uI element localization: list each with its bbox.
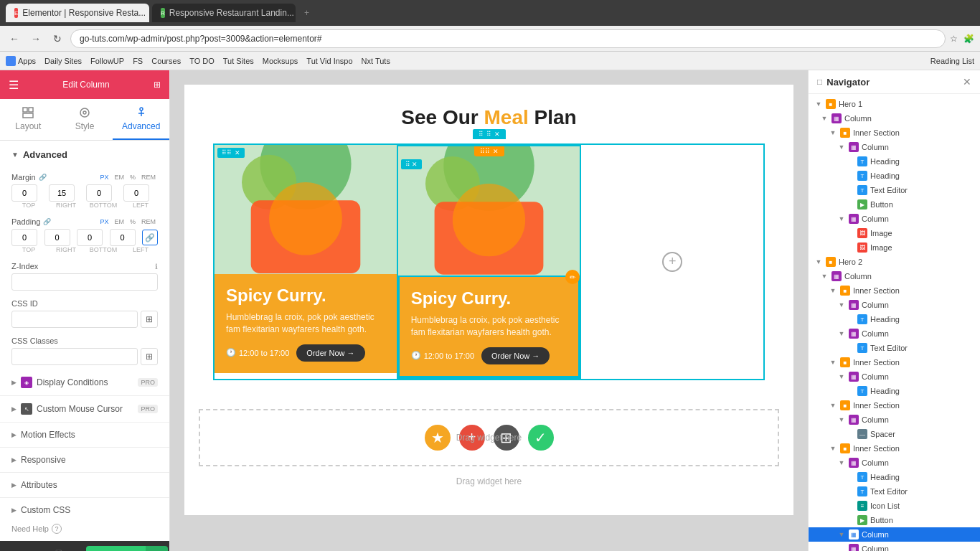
- advanced-section-header[interactable]: ▼ Advanced: [0, 141, 169, 169]
- bookmark-followup[interactable]: FollowUP: [90, 57, 124, 65]
- bookmark-tut-vid[interactable]: Tut Vid Inspo: [306, 57, 352, 65]
- css-classes-input[interactable]: [11, 348, 138, 365]
- bookmark-reading-list[interactable]: Reading List: [930, 57, 974, 65]
- margin-unit-pct[interactable]: %: [128, 173, 138, 182]
- custom-css-header[interactable]: ▶ Custom CSS: [0, 498, 169, 517]
- bookmark-courses[interactable]: Courses: [151, 57, 181, 65]
- margin-right-input[interactable]: [49, 184, 75, 202]
- tree-expand-hero2[interactable]: ▼: [814, 258, 823, 266]
- reload-button[interactable]: ↻: [49, 30, 66, 47]
- tree-item-col6[interactable]: ▼ ▦ Column: [809, 326, 980, 341]
- preview-icon-btn[interactable]: 👁: [70, 545, 80, 551]
- responsive-icon-btn[interactable]: 📱: [52, 545, 65, 551]
- tree-item-col5[interactable]: ▼ ▦ Column: [809, 298, 980, 312]
- tree-expand-col4[interactable]: ▼: [820, 272, 829, 281]
- padding-unit-px[interactable]: PX: [98, 217, 110, 226]
- need-help-link[interactable]: Need Help ?: [0, 517, 169, 541]
- tree-item-text-editor1[interactable]: T Text Editor: [809, 183, 980, 197]
- css-id-action-btn[interactable]: ⊞: [141, 311, 158, 328]
- tree-item-col1[interactable]: ▼ ▦ Column: [809, 111, 980, 126]
- tree-item-hero2[interactable]: ▼ ■ Hero 2: [809, 255, 980, 269]
- tree-item-button1[interactable]: ▶ Button: [809, 197, 980, 212]
- tree-item-col7[interactable]: ▼ ▦ Column: [809, 369, 980, 384]
- tab-1[interactable]: E Elementor | Responsive Resta... ✕: [6, 4, 149, 22]
- tree-item-heading5[interactable]: T Heading: [809, 470, 980, 484]
- star-icon[interactable]: ☆: [950, 34, 958, 44]
- tree-expand-col7[interactable]: ▼: [837, 372, 846, 381]
- new-tab-button[interactable]: +: [298, 5, 315, 21]
- tree-item-image2[interactable]: 🖼 Image: [809, 240, 980, 255]
- tree-expand-col1[interactable]: ▼: [820, 114, 829, 123]
- tree-item-inner-section2[interactable]: ▼ ■ Inner Section: [809, 283, 980, 298]
- card-1-order-btn[interactable]: Order Now →: [296, 344, 364, 362]
- tree-item-text-editor3[interactable]: T Text Editor: [809, 484, 980, 499]
- bookmark-tut-sites[interactable]: Tut Sites: [223, 57, 254, 65]
- tree-expand-inner4[interactable]: ▼: [829, 401, 837, 410]
- padding-bottom-input[interactable]: [77, 229, 103, 246]
- add-section-check-btn[interactable]: ✓: [528, 425, 554, 451]
- bookmark-daily-sites[interactable]: Daily Sites: [44, 57, 82, 65]
- bookmark-todo[interactable]: TO DO: [189, 57, 215, 65]
- tree-item-col8[interactable]: ▼ ▦ Column: [809, 413, 980, 427]
- margin-left-input[interactable]: [123, 184, 149, 202]
- tab-2[interactable]: R Responsive Restaurant Landin... ✕: [152, 4, 296, 22]
- extension-icon[interactable]: 🧩: [963, 34, 974, 44]
- tree-item-inner-section5[interactable]: ▼ ■ Inner Section: [809, 441, 980, 456]
- margin-unit-em[interactable]: EM: [112, 173, 126, 182]
- motion-effects-header[interactable]: ▶ Motion Effects: [0, 423, 169, 447]
- bookmark-apps[interactable]: Apps: [6, 56, 36, 66]
- history-icon-btn[interactable]: ↩: [24, 545, 32, 551]
- tree-expand-inner5[interactable]: ▼: [829, 444, 837, 453]
- address-bar[interactable]: go-tuts.com/wp-admin/post.php?post=3009&…: [70, 29, 946, 48]
- display-conditions-header[interactable]: ▶ ◈ Display Conditions PRO: [0, 369, 169, 395]
- tab-layout[interactable]: Layout: [0, 99, 57, 140]
- tree-item-heading2[interactable]: T Heading: [809, 169, 980, 183]
- publish-button[interactable]: PUBLISH: [86, 546, 146, 552]
- padding-unit-pct[interactable]: %: [128, 217, 138, 226]
- tree-expand-col9[interactable]: ▼: [837, 458, 846, 467]
- tree-expand-col2[interactable]: ▼: [837, 143, 846, 151]
- tree-item-heading3[interactable]: T Heading: [809, 312, 980, 326]
- custom-mouse-cursor-header[interactable]: ▶ ↖ Custom Mouse Cursor PRO: [0, 396, 169, 422]
- margin-bottom-input[interactable]: [86, 184, 112, 202]
- settings-icon-btn[interactable]: ⚙: [9, 545, 18, 551]
- tree-item-hero1[interactable]: ▼ ■ Hero 1: [809, 97, 980, 111]
- padding-unit-rem[interactable]: REM: [139, 217, 158, 226]
- padding-left-input[interactable]: [110, 229, 136, 246]
- tree-expand-col8[interactable]: ▼: [837, 415, 846, 424]
- tab-advanced[interactable]: Advanced: [113, 99, 169, 140]
- margin-unit-px[interactable]: PX: [98, 173, 110, 182]
- bookmark-nxt-tuts[interactable]: Nxt Tuts: [362, 57, 390, 65]
- tree-item-col3[interactable]: ▼ ▦ Column: [809, 212, 980, 226]
- responsive-header[interactable]: ▶ Responsive: [0, 448, 169, 472]
- css-classes-action-btn[interactable]: ⊞: [141, 348, 158, 365]
- margin-top-input[interactable]: [11, 184, 37, 202]
- tree-expand-col5[interactable]: ▼: [837, 301, 846, 309]
- tree-item-button2[interactable]: ▶ Button: [809, 513, 980, 527]
- card-2-close-icon[interactable]: ✕: [493, 148, 499, 155]
- padding-link-icon[interactable]: 🔗: [142, 230, 158, 245]
- back-button[interactable]: ←: [6, 30, 23, 47]
- tree-item-col-selected[interactable]: ▼ ▦ Column: [809, 527, 980, 542]
- card-2-inner-close[interactable]: ✕: [412, 161, 418, 168]
- tree-item-col4[interactable]: ▼ ▦ Column: [809, 269, 980, 283]
- tree-expand-inner3[interactable]: ▼: [829, 358, 837, 367]
- card-2-edit-btn[interactable]: ✏: [565, 270, 580, 284]
- tree-item-spacer1[interactable]: — Spacer: [809, 427, 980, 441]
- grid-icon[interactable]: ⊞: [154, 80, 161, 90]
- tree-expand-hero1[interactable]: ▼: [814, 100, 823, 108]
- reset-icon-btn[interactable]: ↻: [38, 545, 47, 551]
- tree-item-col10[interactable]: ▦ Column: [809, 542, 980, 551]
- tree-item-text-editor2[interactable]: T Text Editor: [809, 341, 980, 355]
- tree-item-heading4[interactable]: T Heading: [809, 384, 980, 398]
- attributes-header[interactable]: ▶ Attributes: [0, 473, 169, 497]
- card-1-close-icon[interactable]: ✕: [235, 149, 240, 156]
- z-index-input[interactable]: [11, 273, 158, 291]
- hamburger-icon[interactable]: ☰: [9, 78, 19, 92]
- tree-item-icon-list1[interactable]: ≡ Icon List: [809, 499, 980, 513]
- margin-unit-rem[interactable]: REM: [139, 173, 158, 182]
- tab-style[interactable]: Style: [57, 99, 113, 140]
- tree-expand-col-sel[interactable]: ▼: [837, 530, 846, 539]
- tree-item-inner-section3[interactable]: ▼ ■ Inner Section: [809, 355, 980, 369]
- section-close-icon[interactable]: ✕: [494, 131, 500, 138]
